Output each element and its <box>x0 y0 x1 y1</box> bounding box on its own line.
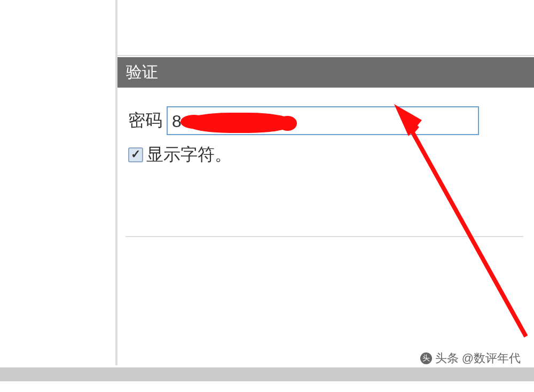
check-icon: ✓ <box>131 147 140 161</box>
right-panel: 验证 密码 8 ✓ 显示字符。 <box>117 0 534 366</box>
watermark-icon: 头 <box>420 352 432 364</box>
bottom-bar <box>0 365 534 381</box>
divider <box>125 236 523 237</box>
show-chars-checkbox[interactable]: ✓ <box>128 147 143 162</box>
left-panel <box>0 0 117 366</box>
show-chars-label: 显示字符。 <box>146 143 232 167</box>
watermark: 头 头条 @数评年代 <box>420 350 521 366</box>
watermark-text: 头条 @数评年代 <box>435 350 521 366</box>
password-label: 密码 <box>128 109 162 132</box>
password-input[interactable]: 8 <box>167 106 479 135</box>
redaction-overlay <box>184 113 295 133</box>
section-title: 验证 <box>117 57 534 88</box>
